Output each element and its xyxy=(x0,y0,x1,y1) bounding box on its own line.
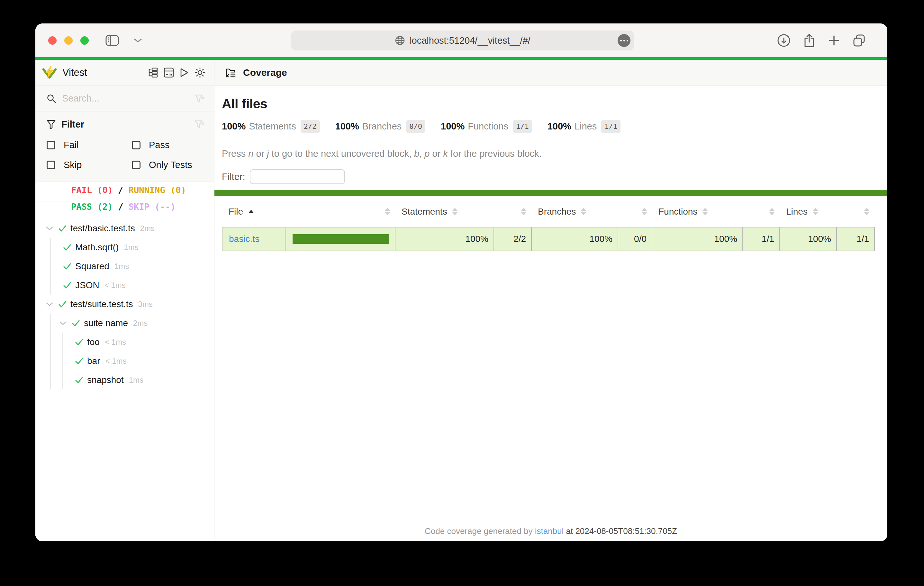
summary-line-1: FAIL (0) / RUNNING (0) xyxy=(71,182,186,199)
lines-frac-cell: 1/1 xyxy=(837,227,874,251)
column-header-branches-frac[interactable] xyxy=(618,196,652,227)
check-pass-icon xyxy=(63,263,71,270)
traffic-lights xyxy=(48,36,89,44)
check-pass-icon xyxy=(75,377,83,384)
check-pass-icon xyxy=(72,320,80,327)
run-all-icon[interactable] xyxy=(180,67,189,78)
sidebar-toggle-icon[interactable] xyxy=(106,35,119,46)
chevron-down-icon[interactable] xyxy=(59,321,67,326)
sort-ascending-icon xyxy=(248,210,254,213)
search-icon xyxy=(46,94,56,104)
stat-statements: 100% Statements 2/2 xyxy=(222,120,320,133)
table-header-row: File Statements Branches Functions Lines xyxy=(222,196,874,227)
table-row: basic.ts 100% 2/2 100% 0/0 100% 1/1 100%… xyxy=(222,227,874,251)
coverage-table: File Statements Branches Functions Lines xyxy=(222,196,875,251)
functions-frac-cell: 1/1 xyxy=(742,227,780,251)
checkbox-box[interactable] xyxy=(132,161,140,169)
check-pass-icon xyxy=(75,357,83,365)
test-summary-dashboard: FAIL (0) / RUNNING (0) PASS (2) / SKIP (… xyxy=(35,181,214,216)
address-bar[interactable]: localhost:51204/__vitest__/#/ xyxy=(291,31,634,51)
theme-toggle-icon[interactable] xyxy=(195,67,205,78)
funnel-icon xyxy=(46,120,56,129)
coverage-report-icon xyxy=(225,67,236,78)
stat-functions: 100% Functions 1/1 xyxy=(441,120,532,133)
column-header-lines-frac[interactable] xyxy=(837,196,874,227)
checkbox-box[interactable] xyxy=(46,141,55,150)
sorter-icon[interactable] xyxy=(521,208,526,215)
branches-pct-cell: 100% xyxy=(531,227,618,251)
close-window-button[interactable] xyxy=(48,36,56,44)
checkbox-pass[interactable]: Pass xyxy=(132,137,207,153)
tree-item-json[interactable]: JSON < 1ms xyxy=(51,276,214,295)
browser-window: localhost:51204/__vitest__/#/ xyxy=(35,23,887,542)
column-header-lines[interactable]: Lines xyxy=(780,196,837,227)
tree-item-basic-test[interactable]: test/basic.test.ts 2ms xyxy=(35,219,214,238)
sorter-icon[interactable] xyxy=(769,208,774,215)
tree-item-foo[interactable]: foo < 1ms xyxy=(63,333,214,351)
column-header-branches[interactable]: Branches xyxy=(531,196,618,227)
zoom-window-button[interactable] xyxy=(80,36,89,44)
coverage-filter-input[interactable] xyxy=(250,169,345,184)
clear-search-filter-icon[interactable] xyxy=(195,94,204,103)
new-tab-icon[interactable] xyxy=(828,34,840,47)
tree-view-icon[interactable] xyxy=(148,67,158,78)
chevron-down-icon[interactable] xyxy=(45,302,54,307)
sorter-icon[interactable] xyxy=(642,208,647,215)
lines-pct-cell: 100% xyxy=(780,227,837,251)
sorter-icon[interactable] xyxy=(703,208,708,215)
column-header-functions[interactable]: Functions xyxy=(652,196,742,227)
tree-item-suite-test[interactable]: test/suite.test.ts 3ms xyxy=(35,295,214,314)
coverage-header: Coverage xyxy=(214,60,887,86)
tree-item-bar[interactable]: bar < 1ms xyxy=(63,351,214,370)
file-link[interactable]: basic.ts xyxy=(229,234,259,244)
check-pass-icon xyxy=(75,339,83,346)
coverage-bar-cell xyxy=(286,227,395,251)
tab-overview-icon[interactable] xyxy=(852,34,866,47)
column-header-statements[interactable]: Statements xyxy=(395,196,494,227)
fraction-badge: 0/0 xyxy=(406,120,425,133)
fraction-badge: 2/2 xyxy=(300,120,320,133)
sorter-icon[interactable] xyxy=(813,208,818,215)
search-input[interactable] xyxy=(62,93,195,104)
page-settings-button[interactable] xyxy=(618,34,630,47)
vitest-sidebar: Vitest xyxy=(35,60,214,542)
checkbox-fail[interactable]: Fail xyxy=(46,137,132,153)
check-pass-icon xyxy=(63,282,71,289)
column-header-chart[interactable] xyxy=(286,196,395,227)
chevron-down-icon[interactable] xyxy=(134,38,142,43)
column-header-file[interactable]: File xyxy=(222,196,286,227)
sorter-icon[interactable] xyxy=(581,208,586,215)
sorter-icon[interactable] xyxy=(864,208,870,215)
globe-icon xyxy=(395,35,405,46)
stat-lines: 100% Lines 1/1 xyxy=(548,120,620,133)
column-header-statements-frac[interactable] xyxy=(494,196,531,227)
column-header-functions-frac[interactable] xyxy=(742,196,780,227)
checkbox-box[interactable] xyxy=(46,161,55,169)
coverage-title: Coverage xyxy=(243,67,287,78)
dashboard-icon[interactable] xyxy=(163,67,174,78)
vitest-progress-bar xyxy=(35,57,887,60)
tree-item-suite-name[interactable]: suite name 2ms xyxy=(51,314,214,333)
keyboard-hint: Press n or j to go to the next uncovered… xyxy=(222,148,880,159)
sorter-icon[interactable] xyxy=(385,208,390,215)
chevron-down-icon[interactable] xyxy=(45,226,54,231)
tree-item-math-sqrt[interactable]: Math.sqrt() 1ms xyxy=(51,238,214,257)
istanbul-link[interactable]: istanbul xyxy=(535,526,564,536)
minimize-window-button[interactable] xyxy=(64,36,73,44)
functions-pct-cell: 100% xyxy=(652,227,742,251)
checkbox-box[interactable] xyxy=(132,141,140,150)
vitest-logo xyxy=(42,66,57,80)
checkbox-only-tests[interactable]: Only Tests xyxy=(132,156,207,173)
fraction-badge: 1/1 xyxy=(513,120,532,133)
share-icon[interactable] xyxy=(802,33,816,48)
url-text: localhost:51204/__vitest__/#/ xyxy=(409,35,530,46)
sorter-icon[interactable] xyxy=(452,208,457,215)
tree-item-squared[interactable]: Squared 1ms xyxy=(51,257,214,276)
app-title: Vitest xyxy=(63,67,87,78)
clear-filter-icon[interactable] xyxy=(195,120,204,129)
filter-label: Filter: xyxy=(222,171,245,182)
check-pass-icon xyxy=(58,225,66,232)
downloads-icon[interactable] xyxy=(777,33,791,48)
tree-item-snapshot[interactable]: snapshot 1ms xyxy=(63,370,214,389)
checkbox-skip[interactable]: Skip xyxy=(46,156,132,173)
